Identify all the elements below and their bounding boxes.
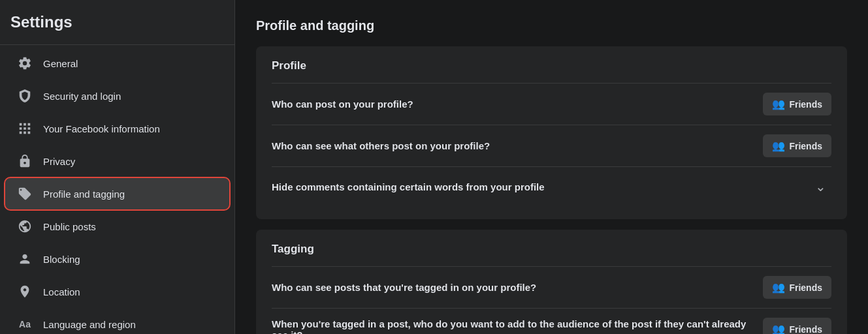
privacy-icon [16, 152, 34, 170]
sidebar-item-language[interactable]: AaLanguage and region [5, 309, 229, 334]
row-label-who-see-others: Who can see what others post on your pro… [272, 140, 763, 151]
sidebar-item-label-public-posts: Public posts [43, 221, 96, 232]
sidebar-item-label-privacy: Privacy [43, 156, 75, 167]
row-label-tagged-posts: Who can see posts that you're tagged in … [272, 282, 763, 293]
friends-label: Friends [789, 141, 822, 151]
location-icon [16, 282, 34, 301]
section-title-profile: Profile [272, 59, 831, 72]
friends-button-who-post[interactable]: 👥Friends [763, 93, 831, 115]
security-icon [16, 87, 34, 105]
row-tagged-audience: When you're tagged in a post, who do you… [272, 308, 831, 334]
sidebar-item-label-profile-tagging: Profile and tagging [43, 189, 125, 200]
blocking-icon [16, 250, 34, 268]
chevron-button-hide-comments[interactable]: ⌄ [810, 176, 831, 197]
friends-label: Friends [789, 324, 822, 335]
sidebar-item-label-location: Location [43, 286, 80, 297]
sidebar-item-label-language: Language and region [43, 319, 136, 330]
sidebar-item-label-security: Security and login [43, 91, 121, 102]
row-hide-comments: Hide comments containing certain words f… [272, 166, 831, 206]
chevron-down-icon: ⌄ [815, 179, 826, 194]
sidebar-item-profile-tagging[interactable]: Profile and tagging [5, 178, 229, 209]
sidebar: Settings GeneralSecurity and loginYour F… [0, 0, 235, 334]
profile-tagging-icon [16, 185, 34, 203]
public-posts-icon [16, 217, 34, 235]
friends-icon: 👥 [772, 98, 785, 110]
sidebar-item-label-general: General [43, 58, 78, 69]
sidebar-item-location[interactable]: Location [5, 276, 229, 307]
sidebar-item-privacy[interactable]: Privacy [5, 145, 229, 177]
row-who-see-others: Who can see what others post on your pro… [272, 125, 831, 166]
section-title-tagging: Tagging [272, 243, 831, 256]
row-who-post: Who can post on your profile?👥Friends [272, 83, 831, 125]
row-label-hide-comments: Hide comments containing certain words f… [272, 181, 810, 192]
main-content: Profile and tagging ProfileWho can post … [235, 0, 868, 334]
sidebar-item-label-blocking: Blocking [43, 254, 80, 265]
language-icon: Aa [16, 315, 34, 333]
friends-icon: 👥 [772, 323, 785, 334]
friends-button-who-see-others[interactable]: 👥Friends [763, 134, 831, 157]
row-tagged-posts: Who can see posts that you're tagged in … [272, 266, 831, 308]
sidebar-divider [0, 44, 234, 45]
facebook-info-icon [16, 119, 34, 138]
sidebar-item-public-posts[interactable]: Public posts [5, 211, 229, 242]
sidebar-item-facebook-info[interactable]: Your Facebook information [5, 113, 229, 144]
sidebar-item-general[interactable]: General [5, 48, 229, 79]
friends-button-tagged-audience[interactable]: 👥Friends [763, 318, 831, 334]
page-title: Profile and tagging [256, 18, 847, 33]
friends-icon: 👥 [772, 140, 785, 152]
row-label-who-post: Who can post on your profile? [272, 99, 763, 110]
friends-label: Friends [789, 99, 822, 110]
friends-button-tagged-posts[interactable]: 👥Friends [763, 276, 831, 299]
friends-icon: 👥 [772, 281, 785, 294]
section-profile: ProfileWho can post on your profile?👥Fri… [256, 46, 847, 219]
row-label-tagged-audience: When you're tagged in a post, who do you… [272, 318, 763, 335]
general-icon [16, 54, 34, 72]
sidebar-item-blocking[interactable]: Blocking [5, 243, 229, 275]
sidebar-item-security[interactable]: Security and login [5, 80, 229, 112]
friends-label: Friends [789, 282, 822, 293]
sidebar-item-label-facebook-info: Your Facebook information [43, 123, 160, 134]
sidebar-title: Settings [0, 13, 234, 42]
section-tagging: TaggingWho can see posts that you're tag… [256, 230, 847, 334]
